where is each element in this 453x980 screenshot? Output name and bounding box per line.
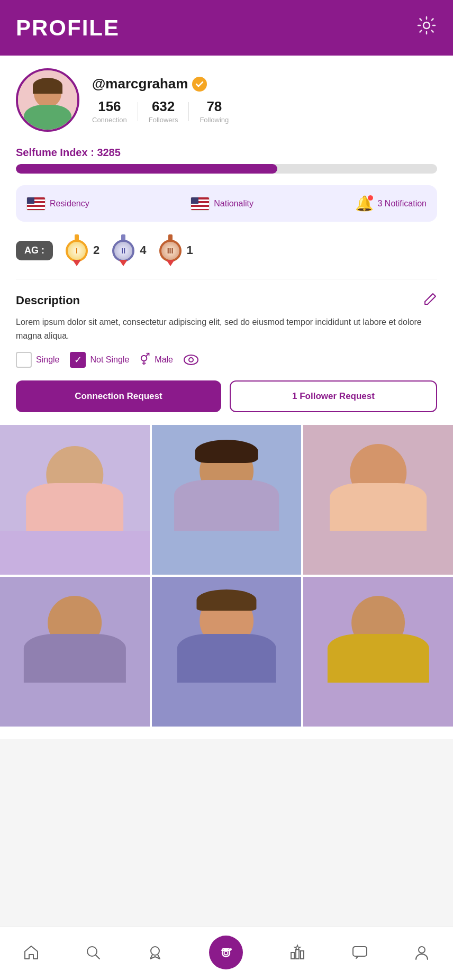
single-checkbox[interactable]	[16, 352, 32, 368]
nav-profile[interactable]	[414, 945, 430, 960]
avatar[interactable]	[16, 68, 79, 132]
profile-section: @marcgraham 156 Connection 632	[16, 68, 437, 132]
verified-badge	[192, 77, 207, 92]
gender-status: ⚥ Male	[140, 353, 173, 367]
nationality-card[interactable]: Nationality	[191, 197, 253, 211]
badge-gold-count: 2	[93, 243, 99, 257]
camera-icon-active[interactable]	[209, 936, 243, 969]
username-row: @marcgraham	[92, 76, 437, 92]
description-section: Description Lorem ipsum dolor sit amet, …	[16, 292, 437, 368]
single-label: Single	[36, 355, 59, 365]
single-status[interactable]: Single	[16, 352, 59, 368]
photo-grid	[0, 425, 453, 726]
badge-silver-count: 4	[140, 243, 146, 257]
home-icon	[23, 945, 39, 960]
svg-point-0	[423, 22, 430, 29]
not-single-checkbox[interactable]: ✓	[70, 352, 86, 368]
photo-6[interactable]	[303, 577, 453, 727]
medal-bronze: III	[157, 234, 184, 266]
bell-icon: 🔔	[355, 195, 374, 212]
nav-camera[interactable]	[209, 936, 243, 969]
main-content: @marcgraham 156 Connection 632	[0, 56, 453, 739]
status-row: Single ✓ Not Single ⚥ Male	[16, 352, 437, 368]
leaderboard-icon	[289, 944, 306, 961]
edit-icon[interactable]	[423, 292, 437, 309]
gender-label: Male	[155, 355, 173, 365]
notification-label: 3 Notification	[378, 199, 427, 208]
residency-label: Residency	[50, 199, 89, 208]
residency-card[interactable]: Residency	[26, 197, 89, 211]
connection-request-button[interactable]: Connection Request	[16, 380, 221, 412]
badge-bronze: III 1	[157, 234, 193, 266]
medal-gold: I	[64, 234, 90, 266]
svg-rect-10	[301, 951, 304, 959]
ag-tag: AG :	[16, 241, 53, 260]
nav-search[interactable]	[85, 945, 101, 960]
info-cards: Residency Nationality 🔔 3 Notification	[16, 185, 437, 222]
stats-row: 156 Connection 632 Followers 78 Followin…	[92, 98, 437, 124]
badge-icon	[147, 945, 163, 960]
svg-rect-8	[291, 952, 294, 959]
svg-rect-11	[353, 947, 367, 956]
photo-2[interactable]	[152, 425, 302, 575]
notification-card[interactable]: 🔔 3 Notification	[355, 195, 427, 212]
svg-point-6	[224, 951, 228, 955]
badge-bronze-count: 1	[187, 243, 193, 257]
page-title: PROFILE	[16, 15, 120, 41]
photo-1[interactable]	[0, 425, 150, 575]
header: PROFILE	[0, 0, 453, 56]
nav-leaderboard[interactable]	[289, 944, 306, 961]
photo-3[interactable]	[303, 425, 453, 575]
svg-point-7	[230, 948, 232, 950]
search-icon	[85, 945, 101, 960]
nav-chat[interactable]	[352, 945, 368, 960]
photo-4[interactable]	[0, 577, 150, 727]
stat-following: 78 Following	[189, 98, 239, 124]
stat-followers: 632 Followers	[138, 98, 189, 124]
selfume-section: Selfume Index : 3285	[16, 147, 437, 174]
description-title: Description	[16, 294, 80, 307]
action-buttons: Connection Request 1 Follower Request	[16, 380, 437, 412]
selfume-progress-bar	[16, 164, 437, 174]
flag-us-residency	[26, 197, 46, 211]
not-single-label: Not Single	[90, 355, 129, 365]
svg-rect-9	[296, 949, 299, 959]
username: @marcgraham	[92, 76, 188, 92]
follower-request-button[interactable]: 1 Follower Request	[230, 380, 437, 412]
nav-home[interactable]	[23, 945, 39, 960]
badge-gold: I 2	[64, 234, 99, 266]
badges-section: AG : I 2 II 4	[16, 234, 437, 279]
selfume-label: Selfume Index : 3285	[16, 147, 437, 159]
badge-silver: II 4	[110, 234, 146, 266]
stat-connections: 156 Connection	[92, 98, 138, 124]
svg-point-2	[189, 358, 193, 362]
photo-5[interactable]	[152, 577, 302, 727]
nav-badge[interactable]	[147, 945, 163, 960]
nationality-label: Nationality	[214, 199, 253, 208]
visibility-status[interactable]	[184, 355, 198, 365]
description-header: Description	[16, 292, 437, 309]
chat-icon	[352, 945, 368, 960]
description-text: Lorem ipsum dolor sit amet, consectetur …	[16, 315, 437, 342]
svg-point-12	[419, 947, 425, 953]
eye-icon	[184, 355, 198, 365]
svg-point-4	[151, 947, 159, 955]
bottom-nav	[0, 927, 453, 980]
profile-info: @marcgraham 156 Connection 632	[92, 76, 437, 124]
svg-point-1	[184, 355, 198, 365]
flag-us-nationality	[191, 197, 210, 211]
settings-icon[interactable]	[416, 15, 437, 41]
not-single-status[interactable]: ✓ Not Single	[70, 352, 129, 368]
gender-icon: ⚥	[140, 353, 150, 367]
medal-silver: II	[110, 234, 137, 266]
selfume-progress-fill	[16, 164, 277, 174]
profile-nav-icon	[414, 945, 430, 960]
